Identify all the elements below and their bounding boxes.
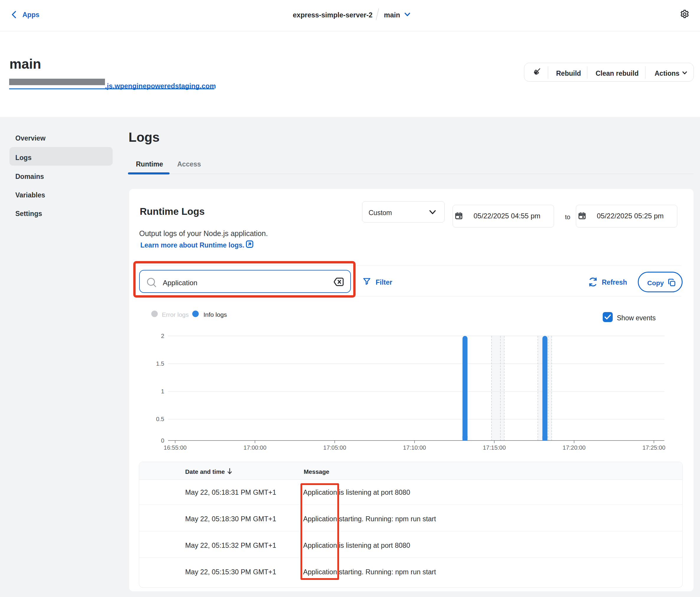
svg-text:2: 2 — [161, 333, 164, 339]
svg-text:0.5: 0.5 — [156, 416, 164, 422]
svg-text:17:20:00: 17:20:00 — [562, 444, 585, 451]
svg-text:0: 0 — [161, 437, 164, 444]
svg-text:17:25:00: 17:25:00 — [643, 444, 666, 451]
svg-text:1.5: 1.5 — [156, 360, 164, 367]
svg-text:17:05:00: 17:05:00 — [323, 444, 346, 451]
svg-text:17:15:00: 17:15:00 — [483, 444, 506, 451]
svg-text:1: 1 — [161, 388, 164, 394]
svg-text:17:10:00: 17:10:00 — [403, 444, 426, 451]
svg-text:16:55:00: 16:55:00 — [164, 444, 186, 451]
svg-text:17:00:00: 17:00:00 — [244, 444, 267, 451]
